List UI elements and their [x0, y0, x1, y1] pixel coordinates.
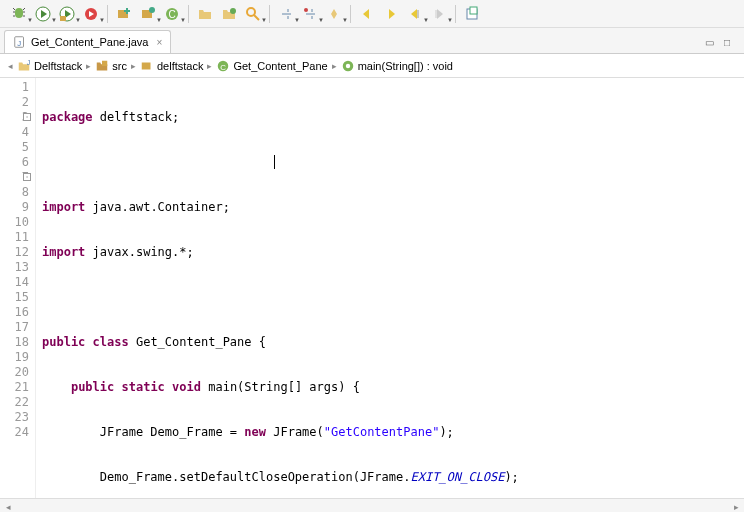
toolbar-separator: [107, 5, 108, 23]
breadcrumb-src[interactable]: src: [95, 59, 127, 73]
editor-tab-bar: J Get_Content_Pane.java × ▭ □: [0, 28, 744, 54]
breadcrumb-separator: ▸: [86, 61, 91, 71]
java-file-icon: J: [13, 35, 27, 49]
open-task-button[interactable]: [218, 3, 240, 25]
pin-editor-button[interactable]: [461, 3, 483, 25]
scroll-left-icon[interactable]: ◂: [0, 499, 16, 513]
breadcrumb-label: delftstack: [157, 60, 203, 72]
breadcrumb-package[interactable]: delftstack: [140, 59, 203, 73]
svg-rect-2: [60, 16, 66, 21]
new-package-button[interactable]: [113, 3, 135, 25]
minimize-icon[interactable]: ▭: [702, 35, 716, 49]
line-number: 21: [0, 380, 29, 395]
breadcrumb-label: main(String[]) : void: [358, 60, 453, 72]
svg-text:C: C: [221, 62, 227, 71]
breadcrumb: ◂ J Delftstack ▸ src ▸ delftstack ▸ C Ge…: [0, 54, 744, 78]
back-button[interactable]: [356, 3, 378, 25]
class-icon: C: [216, 59, 230, 73]
horizontal-scrollbar[interactable]: ◂ ▸: [0, 498, 744, 512]
text-cursor: [274, 155, 275, 169]
code-area[interactable]: package delftstack; import java.awt.Cont…: [36, 78, 744, 498]
tab-label: Get_Content_Pane.java: [31, 36, 148, 48]
line-number: 18: [0, 335, 29, 350]
svg-point-11: [304, 8, 308, 12]
code-line: public class Get_Content_Pane {: [42, 335, 744, 350]
fold-icon[interactable]: -: [23, 173, 31, 181]
toolbar-separator: [350, 5, 351, 23]
line-number: 12: [0, 245, 29, 260]
line-number: 16: [0, 305, 29, 320]
line-number: 22: [0, 395, 29, 410]
new-class-button[interactable]: ▼: [137, 3, 159, 25]
breadcrumb-method[interactable]: main(String[]) : void: [341, 59, 453, 73]
method-icon: [341, 59, 355, 73]
search-button[interactable]: ▼: [242, 3, 264, 25]
line-number: 13: [0, 260, 29, 275]
breadcrumb-back-icon[interactable]: ◂: [8, 61, 13, 71]
line-number: 14: [0, 275, 29, 290]
line-number: 24: [0, 425, 29, 440]
svg-point-6: [149, 7, 155, 13]
line-number: 6: [0, 155, 29, 170]
breadcrumb-separator: ▸: [131, 61, 136, 71]
svg-point-9: [230, 8, 236, 14]
breadcrumb-class[interactable]: C Get_Content_Pane: [216, 59, 327, 73]
src-folder-icon: [95, 59, 109, 73]
line-number: 15: [0, 290, 29, 305]
debug-dropdown-button[interactable]: ▼: [8, 3, 30, 25]
svg-point-10: [247, 8, 255, 16]
breadcrumb-project[interactable]: J Delftstack: [17, 59, 82, 73]
code-editor[interactable]: 1 2 3- 4 5 6 7- 8 9 10 11 12 13 14 15 16…: [0, 78, 744, 498]
line-number: 20: [0, 365, 29, 380]
next-edit-button[interactable]: ▼: [428, 3, 450, 25]
coverage-button[interactable]: ▼: [56, 3, 78, 25]
svg-rect-17: [102, 60, 107, 65]
maximize-icon[interactable]: □: [720, 35, 734, 49]
breadcrumb-separator: ▸: [207, 61, 212, 71]
code-line: Demo_Frame.setDefaultCloseOperation(JFra…: [42, 470, 744, 485]
code-line: [42, 155, 744, 170]
project-icon: J: [17, 59, 31, 73]
svg-text:J: J: [27, 59, 31, 66]
line-number: 2: [0, 95, 29, 110]
line-gutter: 1 2 3- 4 5 6 7- 8 9 10 11 12 13 14 15 16…: [0, 78, 36, 498]
forward-button[interactable]: [380, 3, 402, 25]
main-toolbar: ▼ ▼ ▼ ▼ ▼ C▼ ▼ ▼ ▼ ▼ ▼ ▼: [0, 0, 744, 28]
breadcrumb-label: src: [112, 60, 127, 72]
code-line: import java.awt.Container;: [42, 200, 744, 215]
scrollbar-track[interactable]: [32, 499, 712, 513]
last-edit-button[interactable]: ▼: [404, 3, 426, 25]
code-line: import javax.swing.*;: [42, 245, 744, 260]
line-number: 17: [0, 320, 29, 335]
line-number: 9: [0, 200, 29, 215]
fold-icon[interactable]: -: [23, 113, 31, 121]
code-line: [42, 290, 744, 305]
line-number: 1: [0, 80, 29, 95]
close-icon[interactable]: ×: [156, 37, 162, 48]
open-folder-button[interactable]: [194, 3, 216, 25]
svg-rect-18: [142, 62, 151, 69]
run-dropdown-button[interactable]: ▼: [32, 3, 54, 25]
code-line: JFrame Demo_Frame = new JFrame("GetConte…: [42, 425, 744, 440]
toolbar-separator: [455, 5, 456, 23]
line-number: 10: [0, 215, 29, 230]
file-tab[interactable]: J Get_Content_Pane.java ×: [4, 30, 171, 53]
toggle-mark-button[interactable]: ▼: [275, 3, 297, 25]
annotation-nav-button[interactable]: ▼: [323, 3, 345, 25]
toolbar-separator: [269, 5, 270, 23]
toggle-breakpoint-button[interactable]: ▼: [299, 3, 321, 25]
new-type-button[interactable]: C▼: [161, 3, 183, 25]
line-number: 3-: [0, 110, 29, 125]
line-number: 5: [0, 140, 29, 155]
package-icon: [140, 59, 154, 73]
breadcrumb-label: Delftstack: [34, 60, 82, 72]
svg-text:C: C: [168, 9, 175, 20]
toolbar-separator: [188, 5, 189, 23]
ext-tools-button[interactable]: ▼: [80, 3, 102, 25]
svg-text:J: J: [17, 39, 21, 48]
code-line: package delftstack;: [42, 110, 744, 125]
line-number: 8: [0, 185, 29, 200]
svg-point-22: [345, 63, 349, 67]
breadcrumb-separator: ▸: [332, 61, 337, 71]
code-line: public static void main(String[] args) {: [42, 380, 744, 395]
